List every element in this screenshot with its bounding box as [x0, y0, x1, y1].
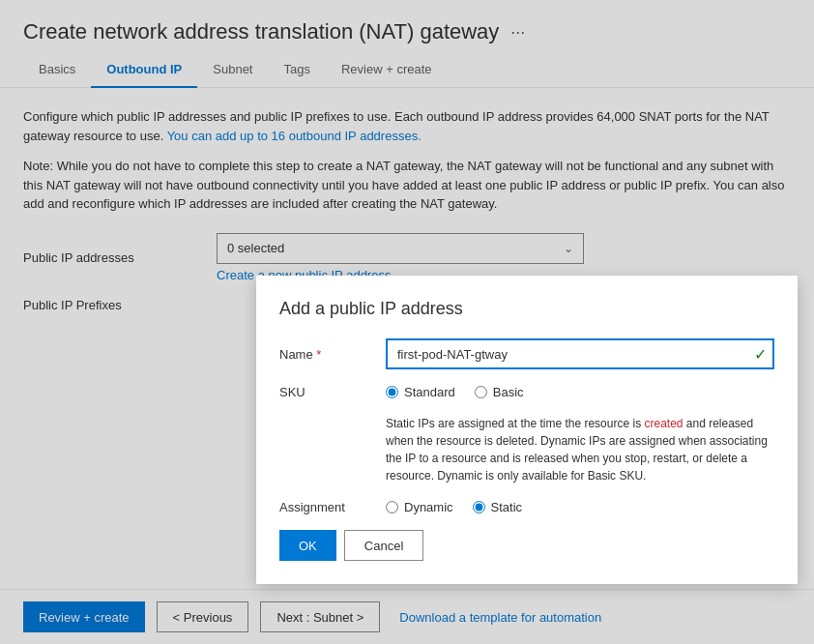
assignment-info-text: Static IPs are assigned at the time the … [279, 415, 774, 484]
add-public-ip-modal: Add a public IP address Name * ✓ SKU Sta… [256, 276, 798, 584]
sku-standard-label: Standard [404, 385, 455, 399]
assignment-dynamic-radio[interactable] [386, 501, 398, 513]
modal-buttons: OK Cancel [279, 530, 774, 561]
modal-assignment-row: Assignment Dynamic Static [279, 500, 774, 514]
sku-standard-option[interactable]: Standard [386, 385, 455, 399]
required-indicator: * [316, 347, 321, 362]
modal-name-row: Name * ✓ [279, 338, 774, 369]
modal-name-input[interactable] [386, 338, 774, 369]
modal-name-input-wrapper: ✓ [386, 338, 774, 369]
modal-sku-row: SKU Standard Basic [279, 385, 774, 399]
modal-title: Add a public IP address [279, 299, 774, 319]
ok-button[interactable]: OK [279, 530, 336, 561]
assignment-static-label: Static [491, 500, 523, 514]
modal-name-label: Name * [279, 347, 386, 362]
assignment-dynamic-label: Dynamic [404, 500, 453, 514]
sku-radio-group: Standard Basic [386, 385, 524, 399]
cancel-button[interactable]: Cancel [344, 530, 423, 561]
assignment-static-option[interactable]: Static [473, 500, 523, 514]
assignment-dynamic-option[interactable]: Dynamic [386, 500, 453, 514]
assignment-static-radio[interactable] [473, 501, 485, 513]
modal-assignment-label: Assignment [279, 500, 386, 514]
assignment-radio-group: Dynamic Static [386, 500, 522, 514]
sku-basic-radio[interactable] [475, 386, 487, 398]
sku-standard-radio[interactable] [386, 386, 398, 398]
modal-sku-label: SKU [279, 385, 386, 399]
info-highlight: created [644, 417, 683, 430]
checkmark-icon: ✓ [754, 345, 767, 364]
page-container: Create network address translation (NAT)… [0, 0, 814, 644]
sku-basic-option[interactable]: Basic [475, 385, 524, 399]
sku-basic-label: Basic [493, 385, 524, 399]
